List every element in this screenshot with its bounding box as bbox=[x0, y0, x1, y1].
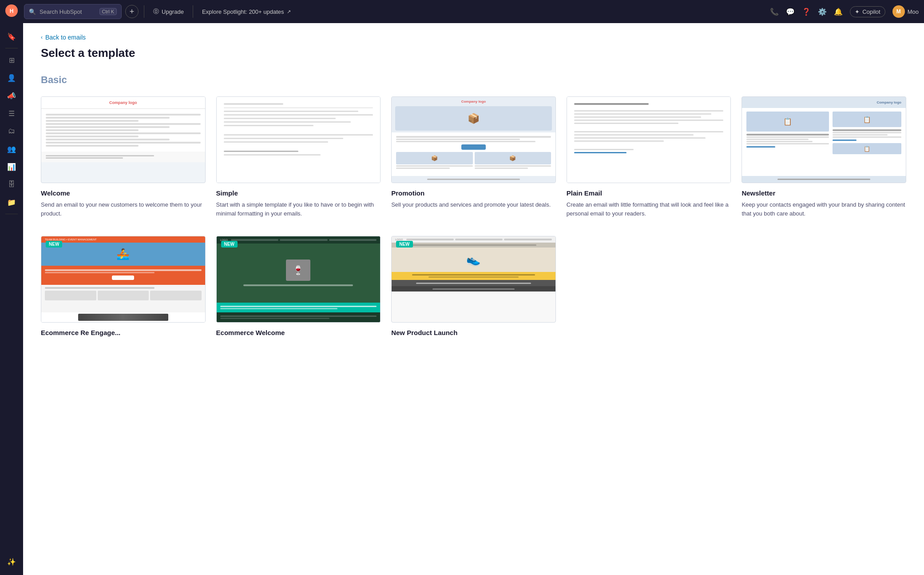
template-preview-ecomm-welcome: NEW LOGO 🍷 bbox=[216, 236, 381, 323]
spotlight-link[interactable]: Explore Spotlight: 200+ updates ↗ bbox=[198, 8, 294, 15]
contacts-icon: 👤 bbox=[7, 74, 16, 82]
sidebar-item-contacts[interactable]: 👤 bbox=[4, 70, 20, 86]
bar-chart-icon: 📊 bbox=[7, 163, 16, 171]
nav-divider-1 bbox=[144, 5, 144, 18]
bookmark-icon: 🔖 bbox=[7, 32, 16, 41]
template-preview-new-product: NEW LOGO 👟 bbox=[391, 236, 556, 323]
folder-icon: 📁 bbox=[7, 198, 16, 207]
sidebar-item-files[interactable]: 🗂 bbox=[4, 123, 20, 139]
template-card-ecomm-reengage[interactable]: NEW TEAM BUILDING • EVENT MANAGEMENT 🚣 bbox=[41, 236, 206, 340]
username: Moo bbox=[908, 8, 919, 15]
sidebar-divider-1 bbox=[5, 48, 18, 48]
section-title-basic: Basic bbox=[41, 74, 906, 86]
sidebar-item-list[interactable]: ☰ bbox=[4, 105, 20, 121]
templates-grid-new: NEW TEAM BUILDING • EVENT MANAGEMENT 🚣 bbox=[41, 236, 906, 340]
main-layout: 🔖 ⊞ 👤 📣 ☰ 🗂 👥 📊 🗄 📁 ✨ bbox=[0, 23, 924, 575]
grid-icon: ⊞ bbox=[9, 56, 15, 64]
back-to-emails-link[interactable]: ‹ Back to emails bbox=[41, 34, 906, 41]
folder-alt-icon: 🗂 bbox=[8, 127, 15, 135]
template-name-welcome: Welcome bbox=[41, 189, 206, 197]
welcome-preview-footer bbox=[41, 152, 205, 162]
hubspot-logo[interactable]: H bbox=[5, 4, 18, 19]
sparkle-icon: ✨ bbox=[7, 558, 16, 566]
search-placeholder: Search HubSpot bbox=[40, 8, 82, 15]
template-card-ecomm-welcome[interactable]: NEW LOGO 🍷 bbox=[216, 236, 381, 340]
chevron-left-icon: ‹ bbox=[41, 34, 43, 40]
sidebar-item-bookmark[interactable]: 🔖 bbox=[4, 28, 20, 44]
welcome-preview-body bbox=[41, 109, 205, 152]
sidebar-item-database[interactable]: 🗄 bbox=[4, 176, 20, 192]
list-icon: ☰ bbox=[8, 109, 15, 118]
template-preview-ecomm-reengage: NEW TEAM BUILDING • EVENT MANAGEMENT 🚣 bbox=[41, 236, 206, 323]
sidebar-divider-2 bbox=[5, 214, 18, 214]
template-name-newsletter: Newsletter bbox=[742, 189, 906, 197]
template-preview-plain bbox=[567, 96, 731, 183]
template-card-simple[interactable]: Simple Start with a simple template if y… bbox=[216, 96, 381, 218]
database-icon: 🗄 bbox=[8, 180, 15, 188]
template-desc-welcome: Send an email to your new customers to w… bbox=[41, 200, 206, 218]
template-preview-welcome: Company logo bbox=[41, 96, 206, 183]
users-icon: 👥 bbox=[7, 145, 16, 153]
sidebar-item-folder[interactable]: 📁 bbox=[4, 194, 20, 210]
topnav-icons: 📞 💬 ❓ ⚙️ 🔔 ✦ Copilot M Moo bbox=[770, 5, 919, 18]
create-button[interactable]: + bbox=[125, 5, 139, 18]
sidebar-item-users[interactable]: 👥 bbox=[4, 141, 20, 157]
template-preview-simple bbox=[216, 96, 381, 183]
search-bar[interactable]: 🔍 Search HubSpot Ctrl K bbox=[24, 4, 122, 19]
template-preview-newsletter: Company logo 📋 📋 bbox=[742, 96, 906, 183]
sidebar: 🔖 ⊞ 👤 📣 ☰ 🗂 👥 📊 🗄 📁 ✨ bbox=[0, 23, 23, 575]
new-badge-new-product: NEW bbox=[396, 241, 412, 248]
search-shortcut: Ctrl K bbox=[99, 8, 117, 15]
template-card-newsletter[interactable]: Company logo 📋 📋 bbox=[742, 96, 906, 218]
template-desc-simple: Start with a simple template if you like… bbox=[216, 200, 381, 218]
notifications-icon[interactable]: 🔔 bbox=[834, 8, 843, 16]
template-card-plain-email[interactable]: Plain Email Create an email with little … bbox=[567, 96, 731, 218]
megaphone-icon: 📣 bbox=[7, 92, 16, 100]
welcome-preview-header: Company logo bbox=[41, 97, 205, 109]
help-icon[interactable]: ❓ bbox=[802, 8, 811, 16]
user-menu[interactable]: M Moo bbox=[892, 5, 919, 18]
template-card-promotion[interactable]: Company logo 📦 📦 bbox=[391, 96, 556, 218]
search-icon: 🔍 bbox=[29, 8, 36, 15]
chat-icon[interactable]: 💬 bbox=[786, 8, 795, 16]
template-card-new-product-launch[interactable]: NEW LOGO 👟 bbox=[391, 236, 556, 340]
template-name-ecomm-reengage: Ecommerce Re Engage... bbox=[41, 329, 206, 336]
template-name-simple: Simple bbox=[216, 189, 381, 197]
settings-icon[interactable]: ⚙️ bbox=[818, 8, 827, 16]
sidebar-item-analytics[interactable]: 📊 bbox=[4, 159, 20, 175]
welcome-preview-logo: Company logo bbox=[45, 100, 202, 105]
template-desc-promotion: Sell your products and services and prom… bbox=[391, 200, 556, 209]
phone-icon[interactable]: 📞 bbox=[770, 8, 779, 16]
template-name-promotion: Promotion bbox=[391, 189, 556, 197]
template-name-new-product-launch: New Product Launch bbox=[391, 329, 556, 336]
new-badge-ecomm-reengage: NEW bbox=[46, 241, 62, 248]
avatar[interactable]: M bbox=[892, 5, 905, 18]
sidebar-item-marketing[interactable]: 📣 bbox=[4, 88, 20, 104]
new-badge-ecomm-welcome: NEW bbox=[221, 241, 238, 248]
svg-text:H: H bbox=[10, 8, 14, 14]
template-name-plain-email: Plain Email bbox=[567, 189, 731, 197]
templates-grid-basic: Company logo bbox=[41, 96, 906, 218]
copilot-icon: ✦ bbox=[855, 8, 860, 15]
content-area: ‹ Back to emails Select a template Basic… bbox=[23, 23, 924, 575]
external-link-icon: ↗ bbox=[287, 9, 291, 15]
nav-divider-2 bbox=[193, 5, 193, 18]
template-desc-newsletter: Keep your contacts engaged with your bra… bbox=[742, 200, 906, 218]
upgrade-icon: ⓪ bbox=[153, 8, 159, 16]
sidebar-item-dashboard[interactable]: ⊞ bbox=[4, 52, 20, 68]
copilot-button[interactable]: ✦ Copilot bbox=[850, 6, 885, 17]
template-card-welcome[interactable]: Company logo bbox=[41, 96, 206, 218]
template-name-ecomm-welcome: Ecommerce Welcome bbox=[216, 329, 381, 336]
page-title: Select a template bbox=[41, 46, 906, 60]
sidebar-item-sparkle[interactable]: ✨ bbox=[4, 554, 20, 570]
upgrade-button[interactable]: ⓪ Upgrade bbox=[150, 8, 187, 16]
template-preview-promotion: Company logo 📦 📦 bbox=[391, 96, 556, 183]
template-desc-plain-email: Create an email with little formatting t… bbox=[567, 200, 731, 218]
top-navigation: H 🔍 Search HubSpot Ctrl K + ⓪ Upgrade Ex… bbox=[0, 0, 924, 23]
